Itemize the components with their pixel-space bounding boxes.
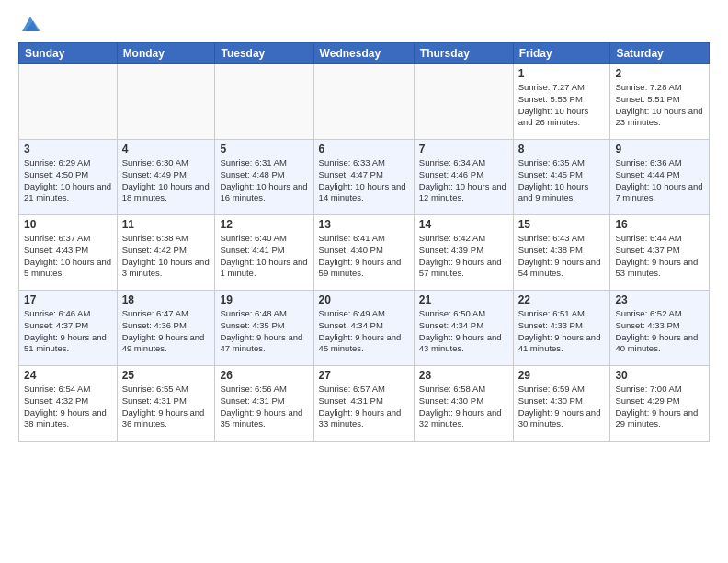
day-info: Sunrise: 6:59 AMSunset: 4:30 PMDaylight:… — [518, 384, 606, 431]
calendar-cell: 3Sunrise: 6:29 AMSunset: 4:50 PMDaylight… — [19, 140, 118, 215]
calendar-cell: 26Sunrise: 6:56 AMSunset: 4:31 PMDayligh… — [215, 366, 313, 442]
day-info: Sunrise: 6:31 AMSunset: 4:48 PMDaylight:… — [220, 157, 308, 204]
day-info: Sunrise: 6:47 AMSunset: 4:36 PMDaylight:… — [122, 308, 210, 355]
day-info: Sunrise: 7:28 AMSunset: 5:51 PMDaylight:… — [615, 82, 704, 129]
weekday-header: Thursday — [414, 43, 513, 64]
day-info: Sunrise: 6:44 AMSunset: 4:37 PMDaylight:… — [615, 233, 704, 280]
day-info: Sunrise: 6:55 AMSunset: 4:31 PMDaylight:… — [122, 384, 210, 431]
day-info: Sunrise: 6:54 AMSunset: 4:32 PMDaylight:… — [24, 384, 112, 431]
calendar-week-row: 17Sunrise: 6:46 AMSunset: 4:37 PMDayligh… — [19, 291, 710, 366]
day-info: Sunrise: 6:57 AMSunset: 4:31 PMDaylight:… — [319, 384, 409, 431]
day-number: 3 — [24, 143, 112, 155]
calendar-cell — [313, 64, 414, 140]
day-number: 7 — [419, 143, 508, 155]
calendar-cell: 19Sunrise: 6:48 AMSunset: 4:35 PMDayligh… — [215, 291, 313, 366]
day-info: Sunrise: 6:46 AMSunset: 4:37 PMDaylight:… — [24, 308, 112, 355]
weekday-header: Saturday — [610, 43, 710, 64]
day-number: 8 — [518, 143, 606, 155]
day-number: 2 — [615, 67, 704, 80]
calendar-cell: 10Sunrise: 6:37 AMSunset: 4:43 PMDayligh… — [19, 215, 118, 291]
day-number: 13 — [319, 218, 409, 231]
calendar-cell: 21Sunrise: 6:50 AMSunset: 4:34 PMDayligh… — [414, 291, 513, 366]
calendar-cell — [19, 64, 118, 140]
day-number: 28 — [419, 369, 508, 382]
calendar-table: SundayMondayTuesdayWednesdayThursdayFrid… — [18, 42, 710, 442]
calendar-cell: 11Sunrise: 6:38 AMSunset: 4:42 PMDayligh… — [117, 215, 215, 291]
calendar-cell: 1Sunrise: 7:27 AMSunset: 5:53 PMDaylight… — [513, 64, 610, 140]
day-info: Sunrise: 6:36 AMSunset: 4:44 PMDaylight:… — [615, 157, 704, 204]
day-info: Sunrise: 6:38 AMSunset: 4:42 PMDaylight:… — [122, 233, 210, 280]
day-info: Sunrise: 6:43 AMSunset: 4:38 PMDaylight:… — [518, 233, 606, 280]
calendar-cell: 30Sunrise: 7:00 AMSunset: 4:29 PMDayligh… — [610, 366, 710, 442]
calendar-week-row: 10Sunrise: 6:37 AMSunset: 4:43 PMDayligh… — [19, 215, 710, 291]
day-number: 29 — [518, 369, 606, 382]
day-number: 25 — [122, 369, 210, 382]
day-number: 14 — [419, 218, 508, 231]
calendar-cell: 25Sunrise: 6:55 AMSunset: 4:31 PMDayligh… — [117, 366, 215, 442]
day-info: Sunrise: 6:48 AMSunset: 4:35 PMDaylight:… — [220, 308, 308, 355]
day-number: 5 — [220, 143, 308, 155]
weekday-header: Friday — [513, 43, 610, 64]
page: SundayMondayTuesdayWednesdayThursdayFrid… — [0, 0, 728, 451]
day-number: 24 — [24, 369, 112, 382]
day-info: Sunrise: 7:27 AMSunset: 5:53 PMDaylight:… — [518, 82, 606, 129]
day-number: 6 — [319, 143, 409, 155]
day-number: 23 — [615, 293, 704, 306]
day-info: Sunrise: 6:42 AMSunset: 4:39 PMDaylight:… — [419, 233, 508, 280]
calendar-cell — [414, 64, 513, 140]
weekday-header: Sunday — [19, 43, 118, 64]
day-info: Sunrise: 6:40 AMSunset: 4:41 PMDaylight:… — [220, 233, 308, 280]
calendar-cell: 8Sunrise: 6:35 AMSunset: 4:45 PMDaylight… — [513, 140, 610, 215]
calendar-cell: 23Sunrise: 6:52 AMSunset: 4:33 PMDayligh… — [610, 291, 710, 366]
day-number: 18 — [122, 293, 210, 306]
day-info: Sunrise: 6:49 AMSunset: 4:34 PMDaylight:… — [319, 308, 409, 355]
header-area — [18, 15, 710, 35]
calendar-cell: 24Sunrise: 6:54 AMSunset: 4:32 PMDayligh… — [19, 366, 118, 442]
calendar-cell: 2Sunrise: 7:28 AMSunset: 5:51 PMDaylight… — [610, 64, 710, 140]
calendar-week-row: 1Sunrise: 7:27 AMSunset: 5:53 PMDaylight… — [19, 64, 710, 140]
calendar-week-row: 3Sunrise: 6:29 AMSunset: 4:50 PMDaylight… — [19, 140, 710, 215]
weekday-header: Wednesday — [313, 43, 414, 64]
day-number: 9 — [615, 143, 704, 155]
day-info: Sunrise: 6:29 AMSunset: 4:50 PMDaylight:… — [24, 157, 112, 204]
calendar-cell: 28Sunrise: 6:58 AMSunset: 4:30 PMDayligh… — [414, 366, 513, 442]
day-number: 17 — [24, 293, 112, 306]
calendar-cell: 14Sunrise: 6:42 AMSunset: 4:39 PMDayligh… — [414, 215, 513, 291]
day-info: Sunrise: 6:33 AMSunset: 4:47 PMDaylight:… — [319, 157, 409, 204]
logo-icon — [20, 15, 40, 35]
day-info: Sunrise: 6:35 AMSunset: 4:45 PMDaylight:… — [518, 157, 606, 204]
calendar-cell — [117, 64, 215, 140]
day-info: Sunrise: 6:51 AMSunset: 4:33 PMDaylight:… — [518, 308, 606, 355]
day-number: 20 — [319, 293, 409, 306]
day-info: Sunrise: 7:00 AMSunset: 4:29 PMDaylight:… — [615, 384, 704, 431]
day-number: 27 — [319, 369, 409, 382]
calendar-cell: 5Sunrise: 6:31 AMSunset: 4:48 PMDaylight… — [215, 140, 313, 215]
calendar-cell: 4Sunrise: 6:30 AMSunset: 4:49 PMDaylight… — [117, 140, 215, 215]
calendar-cell: 9Sunrise: 6:36 AMSunset: 4:44 PMDaylight… — [610, 140, 710, 215]
day-info: Sunrise: 6:30 AMSunset: 4:49 PMDaylight:… — [122, 157, 210, 204]
day-number: 1 — [518, 67, 606, 80]
calendar-cell: 13Sunrise: 6:41 AMSunset: 4:40 PMDayligh… — [313, 215, 414, 291]
calendar-cell: 6Sunrise: 6:33 AMSunset: 4:47 PMDaylight… — [313, 140, 414, 215]
day-info: Sunrise: 6:50 AMSunset: 4:34 PMDaylight:… — [419, 308, 508, 355]
calendar-cell: 7Sunrise: 6:34 AMSunset: 4:46 PMDaylight… — [414, 140, 513, 215]
day-number: 12 — [220, 218, 308, 231]
day-number: 15 — [518, 218, 606, 231]
day-number: 30 — [615, 369, 704, 382]
weekday-header: Monday — [117, 43, 215, 64]
calendar-cell: 27Sunrise: 6:57 AMSunset: 4:31 PMDayligh… — [313, 366, 414, 442]
day-number: 16 — [615, 218, 704, 231]
day-info: Sunrise: 6:52 AMSunset: 4:33 PMDaylight:… — [615, 308, 704, 355]
day-number: 11 — [122, 218, 210, 231]
day-number: 21 — [419, 293, 508, 306]
day-info: Sunrise: 6:34 AMSunset: 4:46 PMDaylight:… — [419, 157, 508, 204]
day-number: 22 — [518, 293, 606, 306]
calendar-cell: 17Sunrise: 6:46 AMSunset: 4:37 PMDayligh… — [19, 291, 118, 366]
day-number: 10 — [24, 218, 112, 231]
calendar-cell: 18Sunrise: 6:47 AMSunset: 4:36 PMDayligh… — [117, 291, 215, 366]
calendar-cell: 12Sunrise: 6:40 AMSunset: 4:41 PMDayligh… — [215, 215, 313, 291]
calendar-header-row: SundayMondayTuesdayWednesdayThursdayFrid… — [19, 43, 710, 64]
day-info: Sunrise: 6:41 AMSunset: 4:40 PMDaylight:… — [319, 233, 409, 280]
day-info: Sunrise: 6:37 AMSunset: 4:43 PMDaylight:… — [24, 233, 112, 280]
logo — [18, 15, 40, 35]
